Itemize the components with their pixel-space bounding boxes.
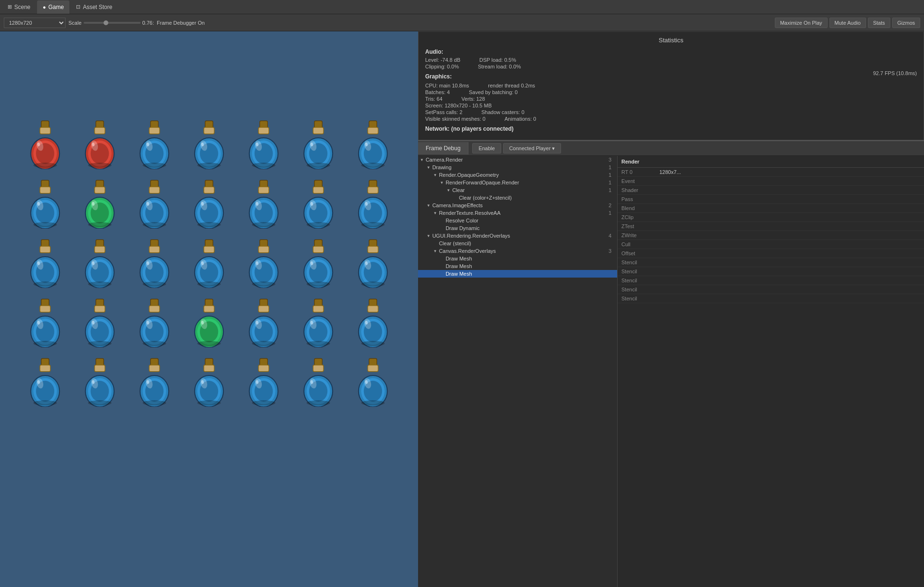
bottle[interactable]: [352, 117, 394, 169]
details-stencil-row-1: Stencil: [618, 258, 924, 267]
bottle[interactable]: [133, 176, 176, 229]
tree-item-camera-render[interactable]: ▼Camera.Render3: [418, 156, 617, 164]
svg-point-151: [252, 281, 276, 287]
bottle[interactable]: [133, 355, 176, 407]
tree-item-drawing[interactable]: ▼Drawing1: [418, 164, 617, 171]
maximize-on-play-button[interactable]: Maximize On Play: [775, 18, 828, 28]
svg-point-263: [252, 400, 276, 405]
connected-player-button[interactable]: Connected Player ▾: [503, 143, 562, 154]
scale-container: Scale 0.76:: [68, 20, 154, 26]
scale-label: Scale: [68, 20, 82, 26]
bottle[interactable]: [242, 295, 285, 347]
tab-game[interactable]: ● Game: [37, 0, 69, 14]
bottle[interactable]: [188, 295, 230, 347]
svg-rect-121: [95, 246, 105, 253]
svg-point-223: [361, 341, 385, 346]
bottle[interactable]: [242, 117, 285, 169]
svg-point-79: [143, 222, 166, 227]
frame-debug-panel: Frame Debug Enable Connected Player ▾ ▼C…: [418, 140, 924, 587]
tree-item-clear[interactable]: ▼Clear1: [418, 186, 617, 194]
scale-value: 0.76:: [143, 20, 154, 26]
bottle[interactable]: [297, 117, 340, 169]
stats-verts: Verts: 128: [461, 96, 485, 102]
bottle[interactable]: [297, 295, 340, 347]
bottle[interactable]: [78, 176, 121, 229]
frame-debug-tab[interactable]: Frame Debug: [418, 142, 468, 154]
details-pass-label: Pass: [621, 196, 659, 202]
tree-item-render-texture-resolve-aa[interactable]: ▼RenderTexture.ResolveAA1: [418, 209, 617, 217]
svg-rect-1: [40, 127, 50, 134]
tree-item-ugui-rendering-render-overlays[interactable]: ▼UGUI.Rendering.RenderOverlays4: [418, 232, 617, 240]
svg-rect-217: [368, 306, 378, 312]
tree-item-draw-mesh-1[interactable]: ▼Draw Mesh: [418, 255, 617, 262]
svg-rect-17: [149, 127, 160, 134]
svg-rect-113: [40, 246, 50, 253]
bottle[interactable]: [242, 236, 285, 288]
bottle[interactable]: [188, 176, 230, 229]
tree-item-render-forward-opaque[interactable]: ▼RenderForwardOpaque.Render1: [418, 179, 617, 186]
bottle[interactable]: [188, 355, 230, 407]
frame-debug-body: ▼Camera.Render3▼Drawing1▼Render.OpaqueGe…: [418, 156, 924, 587]
network-label: Network: (no players connected): [425, 125, 514, 132]
bottle[interactable]: [297, 355, 340, 407]
stats-button[interactable]: Stats: [868, 18, 890, 28]
tab-scene[interactable]: ⊞ Scene: [2, 0, 36, 14]
tab-asset-store[interactable]: ⊡ Asset Store: [70, 0, 118, 14]
bottle[interactable]: [352, 236, 394, 288]
tree-item-camera-image-effects[interactable]: ▼Camera.ImageEffects2: [418, 202, 617, 209]
bottle[interactable]: [78, 236, 121, 288]
enable-button[interactable]: Enable: [472, 143, 501, 154]
details-offset-label: Offset: [621, 250, 659, 256]
bottle[interactable]: [24, 236, 67, 288]
tree-item-draw-mesh-3[interactable]: ▼Draw Mesh: [418, 270, 617, 278]
details-stencil-label-3: Stencil: [621, 278, 659, 283]
bottle[interactable]: [352, 355, 394, 407]
svg-point-247: [143, 400, 166, 405]
stats-render-thread: render thread 0.2ms: [488, 83, 535, 88]
svg-point-199: [197, 341, 221, 346]
bottle[interactable]: [24, 117, 67, 169]
bottle[interactable]: [352, 295, 394, 347]
details-stencil-row-5: Stencil: [618, 294, 924, 303]
scale-slider[interactable]: [84, 22, 141, 24]
bottle[interactable]: [188, 117, 230, 169]
details-header: Render: [618, 156, 924, 168]
svg-point-159: [306, 281, 330, 287]
bottle[interactable]: [133, 236, 176, 288]
tree-item-draw-mesh-2[interactable]: ▼Draw Mesh: [418, 262, 617, 270]
bottle[interactable]: [188, 236, 230, 288]
svg-rect-89: [258, 187, 269, 193]
details-shader-label: Shader: [621, 187, 659, 193]
bottle[interactable]: [242, 176, 285, 229]
bottle[interactable]: [24, 176, 67, 229]
tree-item-clear-color-z-stencil[interactable]: ▼Clear (color+Z+stencil): [418, 194, 617, 202]
bottle[interactable]: [78, 355, 121, 407]
resolution-select[interactable]: 1280x720: [4, 18, 66, 28]
tab-scene-label: Scene: [14, 4, 30, 10]
tree-item-render-opaque-geometry[interactable]: ▼Render.OpaqueGeometry1: [418, 171, 617, 179]
tree-item-clear-stencil[interactable]: ▼Clear (stencil): [418, 240, 617, 247]
stats-stream-load: Stream load: 0.0%: [478, 64, 521, 69]
tree-item-draw-dynamic[interactable]: ▼Draw Dynamic: [418, 224, 617, 232]
stats-shadow-casters: Shadow casters: 0: [481, 109, 524, 115]
details-stencil-label-2: Stencil: [621, 269, 659, 274]
tree-item-canvas-render-overlays[interactable]: ▼Canvas.RenderOverlays3: [418, 247, 617, 255]
svg-rect-9: [95, 127, 105, 134]
bottle[interactable]: [297, 176, 340, 229]
svg-point-119: [33, 281, 57, 287]
bottle[interactable]: [24, 355, 67, 407]
gizmos-button[interactable]: Gizmos: [892, 18, 920, 28]
bottle[interactable]: [78, 117, 121, 169]
bottle[interactable]: [133, 117, 176, 169]
bottle[interactable]: [24, 295, 67, 347]
bottle[interactable]: [133, 295, 176, 347]
bottle[interactable]: [352, 176, 394, 229]
svg-rect-185: [149, 306, 160, 312]
bottle[interactable]: [78, 295, 121, 347]
svg-rect-57: [40, 187, 50, 193]
bottle[interactable]: [242, 355, 285, 407]
details-zwrite-row: ZWrite: [618, 231, 924, 240]
tree-item-resolve-color[interactable]: ▼Resolve Color: [418, 217, 617, 224]
bottle[interactable]: [297, 236, 340, 288]
mute-audio-button[interactable]: Mute Audio: [829, 18, 866, 28]
